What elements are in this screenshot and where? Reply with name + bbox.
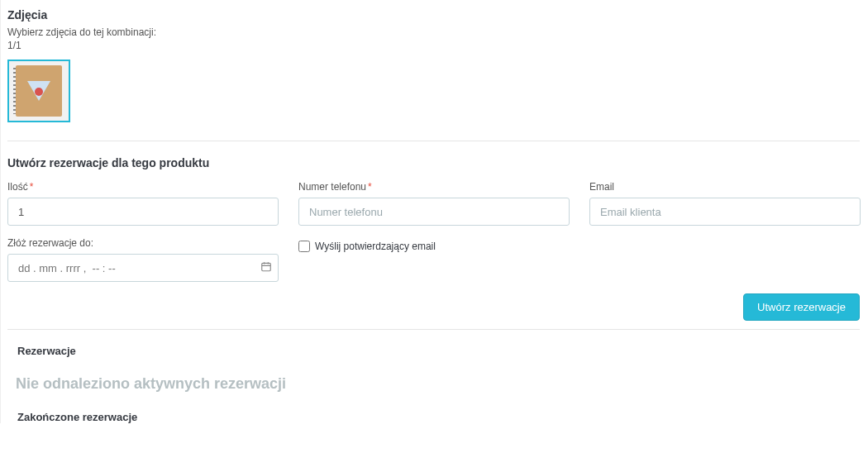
reservation-form: Utwórz rezerwacje dla tego produktu Iloś… [7,156,860,321]
photos-section: Zdjęcia Wybierz zdjęcia do tej kombinacj… [7,8,860,122]
email-input[interactable] [589,198,861,226]
phone-label: Numer telefonu* [298,181,570,193]
confirm-email-label: Wyślij potwierdzający email [315,241,436,252]
photo-thumbnails [7,60,860,122]
divider [7,141,860,141]
until-label: Złóż rezerwacje do: [7,237,279,249]
confirm-email-checkbox[interactable] [298,241,310,252]
qty-label: Ilość* [7,181,279,193]
phone-input[interactable] [298,198,570,226]
divider [7,329,860,330]
reservations-title: Rezerwacje [17,345,860,357]
product-image-icon [16,65,62,117]
reservations-section: Rezerwacje Nie odnaleziono aktywnych rez… [7,345,860,423]
date-input[interactable] [7,254,279,282]
form-title: Utwórz rezerwacje dla tego produktu [7,156,860,169]
create-reservation-button[interactable]: Utwórz rezerwacje [743,293,860,321]
photos-counter: 1/1 [7,40,860,51]
reservations-empty-message: Nie odnaleziono aktywnych rezerwacji [16,375,860,393]
photo-thumbnail-selected[interactable] [7,60,70,122]
qty-input[interactable] [7,198,279,226]
photos-title: Zdjęcia [7,8,860,21]
photos-hint: Wybierz zdjęcia do tej kombinacji: [7,26,860,38]
closed-reservations-title: Zakończone rezerwacje [17,411,860,423]
email-label: Email [589,181,861,193]
